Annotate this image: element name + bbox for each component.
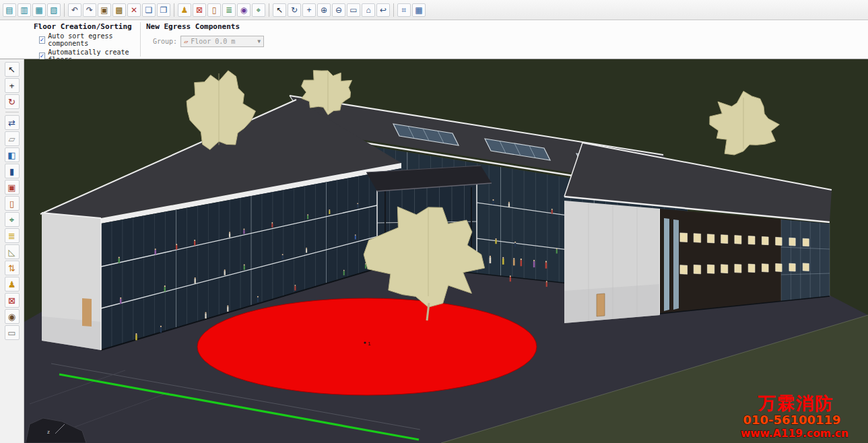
add-ramp-icon[interactable]: ◺: [5, 244, 20, 259]
toolbar-separator: [64, 3, 65, 17]
floor-group-dropdown[interactable]: ▱ Floor 0.0 m ▼: [180, 36, 264, 47]
window: [707, 234, 714, 243]
import-icon[interactable]: ▧: [47, 3, 61, 17]
add-elevator-icon[interactable]: ⇅: [5, 261, 20, 275]
window: [803, 263, 809, 271]
window: [748, 236, 755, 245]
window: [721, 265, 728, 273]
watermark-line1: 万霖消防: [758, 393, 834, 413]
window: [776, 264, 782, 272]
left-toolbar: ↖+↻⇄▱◧▮▣▯⌖≣◺⇅♟⊠◉▭: [0, 59, 24, 443]
add-stairs-icon[interactable]: ≣: [222, 3, 236, 17]
add-door-icon[interactable]: ▯: [207, 3, 221, 17]
add-hole-icon[interactable]: ▣: [5, 180, 20, 195]
scene-svg[interactable]: 1万霖消防010-56100119www.A119.com.cnz: [24, 59, 868, 443]
window: [694, 265, 701, 273]
undo-icon[interactable]: ↶: [68, 3, 81, 17]
paste-icon[interactable]: ▩: [112, 3, 126, 17]
delete-icon[interactable]: ✕: [127, 3, 141, 17]
checkbox-box-icon: ✓: [39, 36, 45, 44]
window: [762, 236, 768, 244]
add-stairs-icon[interactable]: ≣: [5, 228, 20, 243]
dropdown-value: Floor 0.0 m: [191, 38, 255, 45]
watermark-line3: www.A119.com.cn: [741, 428, 848, 440]
marker-label: 1: [368, 341, 371, 347]
window: [735, 264, 741, 273]
left-wing-door: [82, 298, 92, 327]
right-wing-glass: [781, 219, 830, 302]
copy-icon[interactable]: ▣: [98, 3, 111, 17]
add-exit-icon[interactable]: ⊠: [5, 293, 20, 308]
window: [707, 265, 714, 273]
add-camera-icon[interactable]: ◉: [5, 309, 20, 324]
add-measure-icon[interactable]: ⌖: [252, 3, 265, 17]
viewport-3d[interactable]: 1万霖消防010-56100119www.A119.com.cnz: [24, 59, 868, 443]
window: [721, 235, 728, 244]
window: [776, 237, 782, 245]
window: [680, 233, 688, 242]
chevron-down-icon: ▼: [257, 38, 261, 44]
window: [789, 238, 795, 246]
add-waypoint-icon[interactable]: ⌖: [5, 212, 20, 227]
zoom-in-icon[interactable]: ⊕: [317, 3, 331, 17]
top-toolbar: ▤▥▦▧↶↷▣▩✕❏❐♟⊠▯≣◉⌖↖↻+⊕⊖▭⌂↩⌗▦: [0, 0, 868, 20]
zoom-out-icon[interactable]: ⊖: [332, 3, 345, 17]
red-circle: [197, 298, 537, 395]
add-obstruction-icon[interactable]: ▮: [5, 164, 20, 178]
window: [680, 265, 688, 275]
add-floor-icon[interactable]: ◧: [5, 147, 20, 162]
add-exit-icon[interactable]: ⊠: [193, 3, 206, 17]
window: [748, 264, 755, 273]
previous-view-icon[interactable]: ↩: [376, 3, 390, 17]
panel-title: New Egress Components: [146, 22, 264, 31]
window: [789, 263, 795, 271]
toolbar-separator: [393, 3, 394, 17]
move-tool-icon[interactable]: +: [5, 78, 20, 93]
zoom-fit-icon[interactable]: ⌂: [362, 3, 375, 17]
right-wing-door: [597, 294, 605, 316]
checkbox-box-icon: ✓: [39, 53, 45, 60]
panel-separator: [140, 22, 141, 57]
select-arrow-icon[interactable]: ↖: [273, 3, 286, 17]
new-icon[interactable]: ▤: [3, 3, 16, 17]
group-icon[interactable]: ❏: [142, 3, 156, 17]
auto-sort-checkbox[interactable]: ✓ Auto sort egress components: [39, 32, 135, 47]
show-grid-icon[interactable]: ▦: [412, 3, 426, 17]
mirror-tool-icon[interactable]: ⇄: [5, 115, 20, 130]
add-camera-icon[interactable]: ◉: [237, 3, 251, 17]
window: [762, 264, 768, 272]
checkbox-label: Auto sort egress components: [48, 32, 135, 47]
ungroup-icon[interactable]: ❐: [157, 3, 170, 17]
window: [803, 238, 809, 246]
pan-view-icon[interactable]: +: [302, 3, 316, 17]
eraser-icon[interactable]: ▭: [5, 325, 20, 340]
window: [735, 236, 741, 244]
add-occupant-icon[interactable]: ♟: [5, 277, 20, 292]
new-egress-components-panel: New Egress Components Group: ▱ Floor 0.0…: [146, 20, 264, 47]
zoom-window-icon[interactable]: ▭: [347, 3, 360, 17]
floor-slab-icon: ▱: [184, 38, 188, 45]
window: [694, 234, 701, 242]
add-occupant-icon[interactable]: ♟: [178, 3, 191, 17]
panel-title: Floor Creation/Sorting: [34, 22, 135, 31]
ribbon-bar: Floor Creation/Sorting ✓ Auto sort egres…: [0, 20, 868, 59]
gizmo-axis-label: z: [47, 429, 50, 435]
add-door-icon[interactable]: ▯: [5, 196, 20, 211]
rotate-tool-icon[interactable]: ↻: [5, 94, 20, 109]
orbit-view-icon[interactable]: ↻: [288, 3, 301, 17]
add-room-icon[interactable]: ▱: [5, 131, 20, 146]
toolbar-separator: [5, 112, 19, 112]
watermark-line2: 010-56100119: [743, 413, 840, 427]
group-label: Group:: [153, 38, 177, 45]
snap-grid-icon[interactable]: ⌗: [397, 3, 411, 17]
redo-icon[interactable]: ↷: [83, 3, 96, 17]
select-tool-icon[interactable]: ↖: [5, 62, 20, 77]
save-icon[interactable]: ▦: [32, 3, 46, 17]
marker-dot: [364, 341, 366, 343]
open-icon[interactable]: ▥: [18, 3, 31, 17]
toolbar-separator: [174, 3, 174, 17]
toolbar-separator: [269, 3, 269, 17]
